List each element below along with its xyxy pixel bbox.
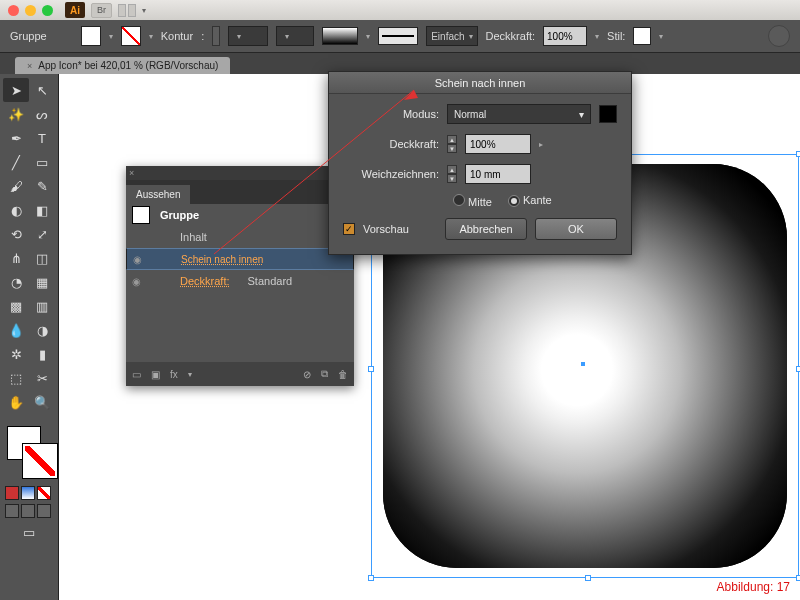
arrange-documents-button[interactable] [118, 4, 136, 17]
symbol-sprayer-tool-icon[interactable]: ✲ [3, 342, 29, 366]
draw-behind-icon[interactable] [21, 504, 35, 518]
app-badge: Ai [65, 2, 85, 18]
duplicate-item-icon[interactable]: ⧉ [321, 368, 328, 380]
blur-input[interactable]: 10 mm [465, 164, 531, 184]
rectangle-tool-icon[interactable]: ▭ [29, 150, 55, 174]
color-mode-icon[interactable] [5, 486, 19, 500]
ok-button[interactable]: OK [535, 218, 617, 240]
recolor-artwork-button[interactable] [768, 25, 790, 47]
magic-wand-tool-icon[interactable]: ✨ [3, 102, 29, 126]
glow-color-swatch[interactable] [599, 105, 617, 123]
chevron-right-icon[interactable]: ▸ [539, 140, 543, 149]
bridge-badge[interactable]: Br [91, 3, 112, 18]
visibility-icon[interactable]: ◉ [132, 276, 146, 287]
radio-center[interactable]: Mitte [453, 194, 492, 208]
dialog-title[interactable]: Schein nach innen [329, 72, 631, 94]
add-effect-button[interactable]: fx [170, 369, 178, 380]
zoom-tool-icon[interactable]: 🔍 [29, 390, 55, 414]
eyedropper-tool-icon[interactable]: 💧 [3, 318, 29, 342]
stroke-swatch[interactable] [121, 26, 141, 46]
free-transform-tool-icon[interactable]: ◫ [29, 246, 55, 270]
slice-tool-icon[interactable]: ✂ [29, 366, 55, 390]
appearance-target-row: Gruppe [126, 204, 354, 226]
rotate-tool-icon[interactable]: ⟲ [3, 222, 29, 246]
draw-inside-icon[interactable] [37, 504, 51, 518]
perspective-tool-icon[interactable]: ▦ [29, 270, 55, 294]
chevron-down-icon[interactable]: ▾ [659, 32, 663, 41]
preview-label: Vorschau [363, 223, 409, 235]
graphic-style-swatch[interactable] [633, 27, 651, 45]
eraser-tool-icon[interactable]: ◧ [29, 198, 55, 222]
graph-tool-icon[interactable]: ▮ [29, 342, 55, 366]
tools-panel: ➤ ↖ ✨ ᔕ ✒ T ╱ ▭ 🖌 ✎ ◐ ◧ ⟲ ⤢ ⋔ ◫ ◔ ▦ ▩ ▥ … [0, 74, 58, 600]
mode-select[interactable]: Normal▾ [447, 104, 591, 124]
selection-tool-icon[interactable]: ➤ [3, 78, 29, 102]
none-mode-icon[interactable] [37, 486, 51, 500]
stroke-weight-stepper[interactable] [212, 26, 220, 46]
appearance-effect-row[interactable]: ◉ Schein nach innen [126, 248, 354, 270]
artboard-tool-icon[interactable]: ⬚ [3, 366, 29, 390]
panel-header[interactable]: × [126, 166, 354, 180]
preview-checkbox[interactable]: ✓ [343, 223, 355, 235]
document-tab-title: App Icon* bei 420,01 % (RGB/Vorschau) [38, 60, 218, 71]
zoom-window-icon[interactable] [42, 5, 53, 16]
opacity-input[interactable]: 100% [465, 134, 531, 154]
tab-appearance[interactable]: Aussehen [126, 185, 190, 204]
hand-tool-icon[interactable]: ✋ [3, 390, 29, 414]
delete-item-icon[interactable]: 🗑 [338, 369, 348, 380]
pencil-tool-icon[interactable]: ✎ [29, 174, 55, 198]
width-tool-icon[interactable]: ⋔ [3, 246, 29, 270]
draw-normal-icon[interactable] [5, 504, 19, 518]
gradient-tool-icon[interactable]: ▥ [29, 294, 55, 318]
shape-builder-tool-icon[interactable]: ◔ [3, 270, 29, 294]
opacity-stepper[interactable]: ▲▼ [447, 135, 457, 153]
fill-swatch[interactable] [81, 26, 101, 46]
fill-stroke-indicator[interactable] [3, 424, 55, 484]
lasso-tool-icon[interactable]: ᔕ [29, 102, 55, 126]
type-tool-icon[interactable]: T [29, 126, 55, 150]
chevron-down-icon[interactable]: ▾ [366, 32, 370, 41]
appearance-contents-row[interactable]: Inhalt [126, 226, 354, 248]
stroke-profile-select[interactable]: ▾ [276, 26, 314, 46]
color-mode-row [3, 484, 55, 502]
effect-link[interactable]: Schein nach innen [181, 254, 263, 265]
stroke-style-preview[interactable] [378, 27, 418, 45]
document-tab[interactable]: × App Icon* bei 420,01 % (RGB/Vorschau) [15, 57, 230, 74]
close-icon[interactable]: × [129, 168, 134, 178]
blob-brush-tool-icon[interactable]: ◐ [3, 198, 29, 222]
new-fill-icon[interactable]: ▣ [151, 369, 160, 380]
blur-stepper[interactable]: ▲▼ [447, 165, 457, 183]
stroke-style-select[interactable]: Einfach▾ [426, 26, 477, 46]
paintbrush-tool-icon[interactable]: 🖌 [3, 174, 29, 198]
close-tab-icon[interactable]: × [27, 61, 32, 71]
scale-tool-icon[interactable]: ⤢ [29, 222, 55, 246]
blend-tool-icon[interactable]: ◑ [29, 318, 55, 342]
stroke-box[interactable] [23, 444, 57, 478]
visibility-icon[interactable]: ◉ [133, 254, 147, 265]
close-window-icon[interactable] [8, 5, 19, 16]
screen-mode-icon[interactable]: ▭ [3, 520, 55, 544]
new-stroke-icon[interactable]: ▭ [132, 369, 141, 380]
line-tool-icon[interactable]: ╱ [3, 150, 29, 174]
opacity-value: Standard [248, 275, 293, 287]
opacity-input[interactable]: 100% [543, 26, 587, 46]
target-label: Gruppe [160, 209, 199, 221]
gradient-mode-icon[interactable] [21, 486, 35, 500]
clear-appearance-icon[interactable]: ⊘ [303, 369, 311, 380]
radio-edge[interactable]: Kante [508, 194, 552, 208]
panel-footer: ▭ ▣ fx ▾ ⊘ ⧉ 🗑 [126, 362, 354, 386]
stroke-weight-input[interactable]: ▾ [228, 26, 268, 46]
appearance-opacity-row[interactable]: ◉ Deckkraft: Standard [126, 270, 354, 292]
opacity-label: Deckkraft: [343, 138, 439, 150]
pen-tool-icon[interactable]: ✒ [3, 126, 29, 150]
minimize-window-icon[interactable] [25, 5, 36, 16]
chevron-down-icon[interactable]: ▾ [188, 370, 192, 379]
chevron-down-icon[interactable]: ▾ [595, 32, 599, 41]
mesh-tool-icon[interactable]: ▩ [3, 294, 29, 318]
chevron-down-icon[interactable]: ▾ [149, 32, 153, 41]
brush-select[interactable] [322, 27, 358, 45]
opacity-link[interactable]: Deckkraft: [180, 275, 230, 287]
chevron-down-icon[interactable]: ▾ [109, 32, 113, 41]
direct-selection-tool-icon[interactable]: ↖ [29, 78, 55, 102]
cancel-button[interactable]: Abbrechen [445, 218, 527, 240]
